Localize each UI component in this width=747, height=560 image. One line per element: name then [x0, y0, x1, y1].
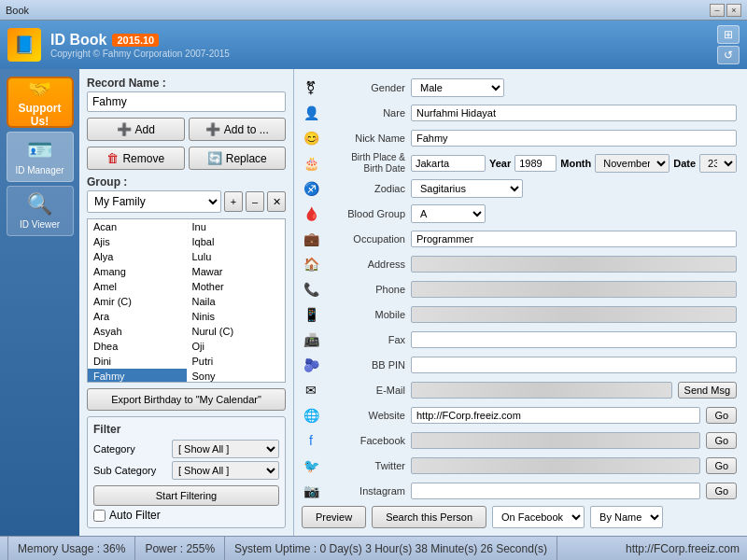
send-msg-btn[interactable]: Send Msg — [678, 382, 738, 399]
blood-icon: 🩸 — [302, 206, 320, 221]
list-item[interactable]: Lulu — [187, 249, 286, 264]
email-input[interactable] — [411, 382, 672, 399]
app-title: ID Book 2015.10 — [50, 32, 230, 49]
phone-input[interactable] — [411, 281, 737, 298]
bbpin-label: BB PIN — [326, 359, 405, 371]
list-item[interactable]: Ninis — [187, 309, 286, 324]
list-item[interactable]: Mother — [187, 279, 286, 294]
facebook-input[interactable] — [411, 432, 700, 449]
export-birthday-btn[interactable]: Export Birthday to "My Calendar" — [87, 388, 286, 411]
sidebar-item-id-viewer[interactable]: 🔍 ID Viewer — [7, 186, 74, 236]
record-name-input[interactable] — [87, 91, 286, 112]
add-to-btn[interactable]: ➕ Add to ... — [189, 118, 287, 141]
phone-icon: 📞 — [302, 282, 320, 297]
header-btn-2[interactable]: ↺ — [717, 46, 740, 64]
support-us-btn[interactable]: 🤝 Support Us! — [7, 77, 74, 128]
gender-select[interactable]: MaleFemale — [411, 78, 504, 97]
list-item[interactable]: Amir (C) — [88, 294, 187, 309]
list-item[interactable]: Acan — [88, 219, 187, 234]
occupation-row: 💼 Occupation — [302, 228, 737, 250]
list-item[interactable]: Naila — [187, 294, 286, 309]
app-version: 2015.10 — [112, 34, 159, 47]
group-settings-btn[interactable]: ✕ — [267, 191, 286, 212]
header-btn-1[interactable]: ⊞ — [717, 25, 740, 44]
website-go-btn[interactable]: Go — [706, 407, 737, 424]
add-btn[interactable]: ➕ Add — [87, 118, 185, 141]
date-label: Date — [673, 158, 696, 169]
list-item[interactable]: Fahmy — [88, 369, 187, 383]
instagram-icon: 📷 — [302, 483, 320, 498]
birth-year-input[interactable] — [514, 155, 557, 172]
address-input[interactable] — [411, 256, 737, 273]
uptime: System Uptime : 0 Day(s) 3 Hour(s) 38 Mi… — [225, 537, 557, 560]
blood-label: Blood Group — [326, 208, 405, 219]
close-btn[interactable]: × — [726, 4, 741, 17]
window-controls: – × — [710, 4, 741, 17]
instagram-input[interactable] — [411, 483, 700, 499]
on-facebook-select[interactable]: On Facebook — [492, 506, 585, 528]
search-person-btn[interactable]: Search this Person — [372, 506, 486, 528]
record-name-section: Record Name : — [87, 77, 286, 112]
minimize-btn[interactable]: – — [710, 4, 725, 17]
left-panel: Record Name : ➕ Add ➕ Add to ... 🗑 Remov… — [79, 69, 294, 536]
list-item[interactable]: Mawar — [187, 264, 286, 279]
list-item[interactable]: Ajis — [88, 234, 187, 249]
zodiac-select[interactable]: Sagitarius — [411, 179, 523, 198]
instagram-go-btn[interactable]: Go — [706, 483, 737, 499]
list-item[interactable]: Inu — [187, 219, 286, 234]
list-item[interactable]: Amel — [88, 279, 187, 294]
list-item[interactable]: Oji — [187, 339, 286, 354]
subcategory-label: Sub Category — [93, 465, 168, 476]
twitter-go-btn[interactable]: Go — [706, 457, 737, 474]
app-title-group: ID Book 2015.10 Copyright © Fahmy Corpor… — [50, 32, 230, 59]
birth-month-select[interactable]: November — [595, 154, 669, 173]
category-select[interactable]: [ Show All ] — [172, 440, 279, 458]
list-item[interactable]: Asyah — [88, 324, 187, 339]
birth-place-input[interactable] — [411, 155, 486, 172]
phone-label: Phone — [326, 284, 405, 295]
replace-btn[interactable]: 🔄 Replace — [189, 147, 287, 170]
website-input[interactable] — [411, 407, 700, 424]
subcategory-select[interactable]: [ Show All ] — [172, 461, 279, 480]
start-filtering-btn[interactable]: Start Filtering — [93, 485, 279, 506]
auto-filter-checkbox[interactable] — [93, 510, 106, 522]
title-text: Book — [6, 5, 29, 16]
fax-row: 📠 Fax — [302, 329, 737, 351]
category-row: Category [ Show All ] — [93, 440, 279, 458]
occupation-input[interactable] — [411, 231, 737, 247]
list-item[interactable]: Dini — [88, 354, 187, 369]
group-add-btn[interactable]: + — [224, 191, 243, 212]
address-label: Address — [326, 259, 405, 270]
facebook-go-btn[interactable]: Go — [706, 432, 737, 449]
preview-btn[interactable]: Preview — [302, 506, 366, 528]
list-item[interactable]: Nurul (C) — [187, 324, 286, 339]
list-item[interactable]: Sony — [187, 369, 286, 383]
nickname-input[interactable] — [411, 130, 737, 147]
occupation-label: Occupation — [326, 233, 405, 245]
add-label: Add — [135, 123, 155, 136]
by-name-select[interactable]: By Name — [590, 506, 663, 528]
remove-btn[interactable]: 🗑 Remove — [87, 147, 185, 170]
mobile-input[interactable] — [411, 306, 737, 323]
bbpin-input[interactable] — [411, 357, 737, 373]
list-item[interactable]: Dhea — [88, 339, 187, 354]
blood-select[interactable]: ABABO — [411, 204, 486, 223]
phone-row: 📞 Phone — [302, 278, 737, 301]
list-item[interactable]: Ara — [88, 309, 187, 324]
sidebar-item-id-manager[interactable]: 🪪 ID Manager — [7, 132, 74, 182]
fax-input[interactable] — [411, 331, 737, 348]
list-item[interactable]: Putri — [187, 354, 286, 369]
list-item[interactable]: Iqbal — [187, 234, 286, 249]
name-input[interactable] — [411, 105, 737, 121]
group-remove-btn[interactable]: – — [246, 191, 264, 212]
name-list: AcanInuAjisIqbalAlyaLuluAmangMawarAmelMo… — [87, 218, 286, 383]
year-label: Year — [489, 158, 511, 169]
list-item[interactable]: Amang — [88, 264, 187, 279]
list-item[interactable]: Alya — [88, 249, 187, 264]
birth-fields: Year Month November Date 23 — [411, 154, 737, 173]
twitter-input[interactable] — [411, 457, 700, 474]
birth-date-select[interactable]: 23 — [699, 154, 737, 173]
group-section: Group : My Family + – ✕ — [87, 175, 286, 213]
add-icon: ➕ — [117, 122, 132, 136]
group-select[interactable]: My Family — [87, 190, 221, 213]
